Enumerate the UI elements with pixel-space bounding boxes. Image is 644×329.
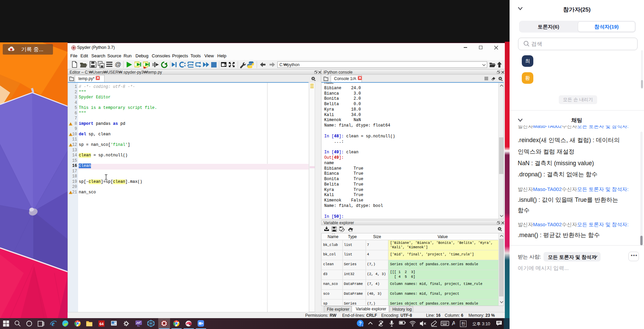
svg-text:@: @: [115, 61, 121, 68]
svg-text:A: A: [452, 320, 455, 327]
svg-text:?: ?: [359, 321, 362, 326]
svg-text:64: 64: [99, 322, 104, 326]
